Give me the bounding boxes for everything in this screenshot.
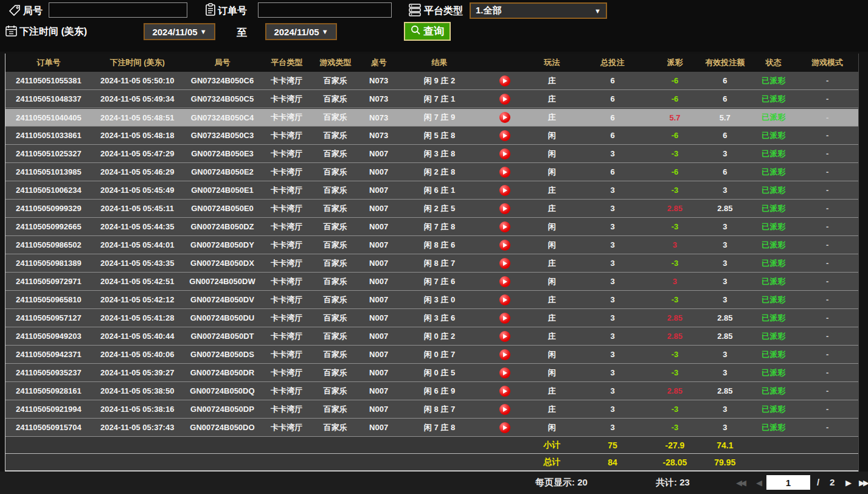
table-row[interactable]: 241105050928161 2024-11-05 05:38:50 GN00… [5,382,858,400]
cell-result: 闲 0 庄 7 [398,346,481,363]
play-replay-icon[interactable] [499,167,510,178]
cell-result: 闲 6 庄 1 [398,181,481,199]
cell-valid-bet: 3 [699,419,751,436]
cell-status: 已派彩 [751,419,796,436]
last-page-button[interactable]: ▶▶ [859,478,867,487]
cell-game-type: 百家乐 [311,236,359,254]
cell-play-type: 庄 [529,72,575,89]
cell-order-id: 241105050915704 [5,419,92,436]
cell-replay [481,419,529,436]
table-row[interactable]: 241105050915704 2024-11-05 05:37:43 GN00… [5,419,858,437]
header-round-id: 局号 [183,54,262,72]
play-replay-icon[interactable] [499,185,510,196]
cell-result: 闲 7 庄 1 [398,90,481,108]
table-row[interactable]: 241105050949203 2024-11-05 05:40:44 GN00… [5,327,858,346]
header-game-mode: 游戏模式 [796,54,858,72]
cell-status: 已派彩 [751,127,796,144]
cell-platform: 卡卡湾厅 [262,419,311,436]
cell-round-id: GN00724B050DO [183,419,262,436]
play-replay-icon[interactable] [499,75,510,86]
header-table-no: 桌号 [359,54,398,72]
table-row[interactable]: 241105050957127 2024-11-05 05:41:28 GN00… [5,309,858,327]
table-row[interactable]: 241105050942371 2024-11-05 05:40:06 GN00… [5,346,858,364]
table-row[interactable]: 241105050992665 2024-11-05 05:44:35 GN00… [5,218,858,236]
cell-replay [481,309,529,327]
play-replay-icon[interactable] [499,203,510,214]
cell-game-type: 百家乐 [311,273,359,290]
first-page-button[interactable]: ◀◀ [736,478,745,487]
cell-bet-time: 2024-11-05 05:37:43 [92,419,183,436]
play-replay-icon[interactable] [499,313,510,324]
table-row[interactable]: 241105050965810 2024-11-05 05:42:12 GN00… [5,291,858,309]
cell-replay [481,291,529,308]
cell-play-type: 闲 [529,346,575,363]
play-replay-icon[interactable] [499,386,510,397]
cell-table-no: N007 [359,254,398,272]
table-row[interactable]: 241105050921994 2024-11-05 05:38:16 GN00… [5,400,858,419]
table-row[interactable]: 241105050986502 2024-11-05 05:44:01 GN00… [5,236,858,254]
cell-game-type: 百家乐 [311,254,359,272]
cell-bet-time: 2024-11-05 05:48:18 [92,127,183,144]
cell-result: 闲 3 庄 8 [398,145,481,162]
cell-status: 已派彩 [751,291,796,308]
date-to-select[interactable]: 2024/11/05 ▼ [265,23,337,40]
play-replay-icon[interactable] [499,349,510,360]
table-row[interactable]: 241105051040405 2024-11-05 05:48:51 GN07… [5,108,858,127]
table-row[interactable]: 241105050972971 2024-11-05 05:42:51 GN00… [5,273,858,291]
platform-type-select[interactable]: 1.全部 ▼ [470,2,607,19]
play-replay-icon[interactable] [499,404,510,415]
header-total-bet: 总投注 [575,54,651,72]
cell-result: 闲 7 庄 9 [398,109,481,126]
table-row[interactable]: 241105051048337 2024-11-05 05:49:34 GN07… [5,90,858,108]
order-number-input[interactable] [258,2,392,18]
page-number-input[interactable] [766,475,810,490]
grand-total-valid: 79.95 [699,454,751,470]
cell-platform: 卡卡湾厅 [262,273,311,290]
total-count-text: 共计: 23 [656,477,690,489]
date-from-select[interactable]: 2024/11/05 ▼ [144,23,215,40]
play-replay-icon[interactable] [499,148,510,159]
play-replay-icon[interactable] [499,258,510,269]
cell-result: 闲 8 庄 7 [398,400,481,418]
cell-game-mode: - [796,400,858,418]
table-row[interactable]: 241105050999329 2024-11-05 05:45:11 GN00… [5,200,858,218]
cell-platform: 卡卡湾厅 [262,346,311,363]
cell-platform: 卡卡湾厅 [262,181,311,199]
cell-bet-time: 2024-11-05 05:50:10 [92,72,183,89]
next-page-button[interactable]: ▶ [845,478,850,487]
cell-status: 已派彩 [751,145,796,162]
round-number-input[interactable] [49,2,187,18]
cell-table-no: N007 [359,400,398,418]
table-row[interactable]: 241105050981389 2024-11-05 05:43:35 GN00… [5,254,858,273]
play-replay-icon[interactable] [499,276,510,287]
table-row[interactable]: 241105051033861 2024-11-05 05:48:18 GN07… [5,127,858,145]
search-button[interactable]: 查询 [404,22,451,41]
grand-total-payout: -28.05 [651,454,700,470]
filter-bar: 局号 订单号 平台类型 1.全部 ▼ 下注时间 (美东) 2024/11/05 … [0,0,868,52]
cell-replay [481,181,529,199]
table-row[interactable]: 241105051025327 2024-11-05 05:47:29 GN00… [5,145,858,163]
play-replay-icon[interactable] [499,240,510,251]
total-pages-text: 2 [830,477,835,487]
prev-page-button[interactable]: ◀ [756,478,760,487]
cell-game-mode: - [796,72,858,89]
cell-replay [481,200,529,217]
play-replay-icon[interactable] [499,112,510,123]
cell-table-no: N007 [359,364,398,381]
cell-payout: -6 [651,127,700,144]
play-replay-icon[interactable] [499,94,510,105]
play-replay-icon[interactable] [499,294,510,305]
table-row[interactable]: 241105051013985 2024-11-05 05:46:29 GN00… [5,163,858,181]
play-replay-icon[interactable] [499,221,510,232]
cell-status: 已派彩 [751,382,796,400]
cell-valid-bet: 3 [699,364,751,381]
play-replay-icon[interactable] [499,367,510,378]
play-replay-icon[interactable] [499,331,510,342]
cell-total-bet: 6 [575,90,651,108]
table-row[interactable]: 241105051006234 2024-11-05 05:45:49 GN00… [5,181,858,200]
platform-stack-icon [408,3,422,19]
play-replay-icon[interactable] [499,422,510,433]
table-row[interactable]: 241105051055381 2024-11-05 05:50:10 GN07… [5,72,858,90]
play-replay-icon[interactable] [499,130,510,141]
table-row[interactable]: 241105050935237 2024-11-05 05:39:27 GN00… [5,364,858,382]
